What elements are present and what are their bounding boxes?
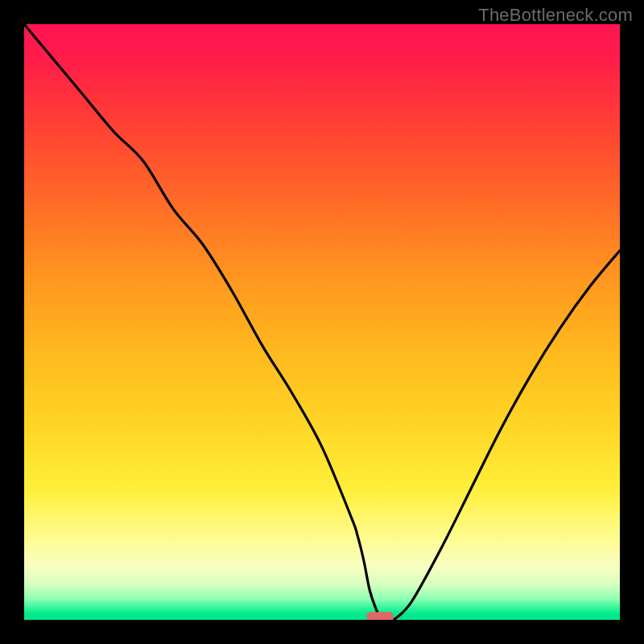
bottleneck-curve-line: [24, 24, 620, 620]
plot-area: [24, 24, 620, 620]
curve-svg: [24, 24, 620, 620]
minimum-marker: [367, 612, 394, 620]
watermark-text: TheBottleneck.com: [478, 5, 633, 26]
bottleneck-chart: TheBottleneck.com: [0, 0, 644, 644]
